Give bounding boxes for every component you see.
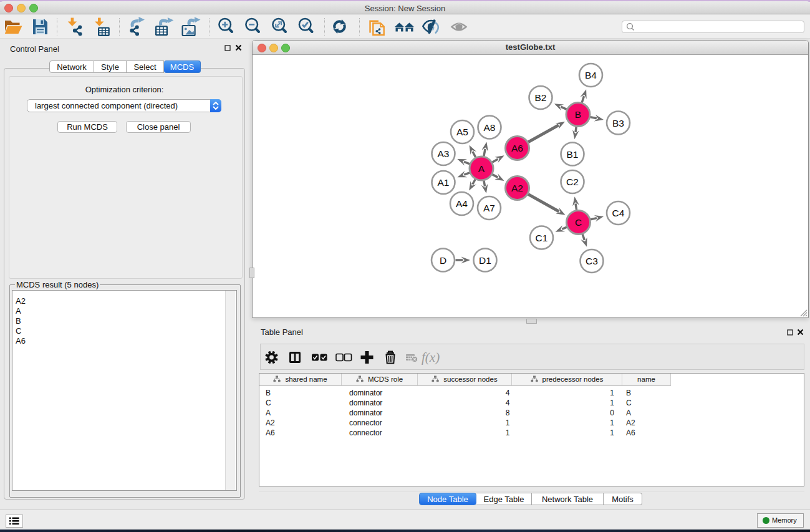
svg-text:B2: B2 (535, 92, 547, 103)
svg-text:A1: A1 (438, 177, 450, 188)
svg-text:C4: C4 (612, 208, 625, 218)
svg-text:B4: B4 (585, 70, 597, 80)
svg-text:C2: C2 (566, 177, 579, 187)
svg-text:A8: A8 (484, 122, 496, 133)
svg-text:D: D (440, 255, 446, 266)
svg-text:f(x): f(x) (422, 350, 440, 365)
svg-text:B3: B3 (612, 118, 624, 128)
svg-text:C1: C1 (536, 233, 548, 243)
svg-text:C3: C3 (586, 256, 598, 266)
svg-text:A: A (478, 163, 485, 174)
svg-text:A3: A3 (438, 148, 450, 159)
svg-text:A2: A2 (511, 183, 523, 193)
svg-text:C: C (575, 217, 582, 228)
svg-text:B1: B1 (567, 149, 579, 160)
svg-text:B: B (575, 109, 581, 120)
svg-text:A4: A4 (456, 198, 468, 209)
svg-text:A7: A7 (483, 203, 495, 213)
svg-text:D1: D1 (479, 255, 491, 266)
svg-text:A6: A6 (511, 143, 523, 153)
svg-text:A5: A5 (456, 127, 468, 137)
